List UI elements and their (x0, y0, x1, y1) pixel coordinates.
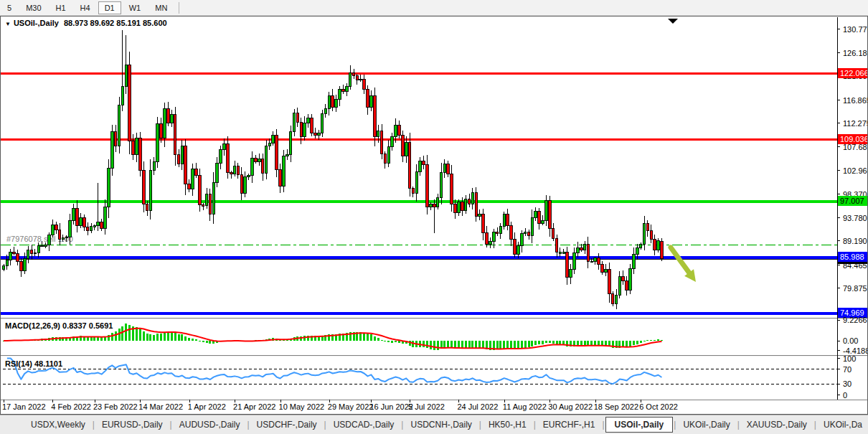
tab-usdcad-daily[interactable]: USDCAD-,Daily (327, 417, 401, 433)
timeframe-button-h1[interactable]: H1 (49, 1, 72, 14)
symbol-tabbar: USDX,Weekly|EURUSD-,Daily|AUDUSD-,Daily|… (0, 415, 868, 434)
toolbar-separator (179, 2, 179, 14)
tab-hk50-h1[interactable]: HK50-,H1 (482, 417, 533, 433)
tab-usdx-weekly[interactable]: USDX,Weekly (24, 417, 92, 433)
panel-splitter-macd[interactable] (1, 316, 837, 320)
panel-splitter-rsi[interactable] (1, 354, 837, 357)
trend-arrow (671, 247, 696, 282)
tab-usoil-daily[interactable]: USOil-,Daily (605, 417, 674, 433)
timeframe-toolbar: 5M30H1H4D1W1MN (0, 0, 868, 16)
tab-audusd-daily[interactable]: AUDUSD-,Daily (173, 417, 247, 433)
tab-ukoil-da[interactable]: UKOil-,Da (817, 417, 868, 433)
timeframe-button-mn[interactable]: MN (148, 1, 174, 14)
tab-list: USDX,Weekly|EURUSD-,Daily|AUDUSD-,Daily|… (24, 417, 868, 433)
tab-xauusd-daily[interactable]: XAUUSD-,Daily (740, 417, 813, 433)
price-axis[interactable] (837, 16, 867, 400)
chart-shift-marker (668, 19, 678, 24)
timeframe-button-group: 5M30H1H4D1W1MN (0, 1, 174, 14)
timeframe-button-5[interactable]: 5 (1, 1, 18, 14)
chart-window: 130.770126.180121.590116.865112.275107.6… (0, 16, 868, 415)
chart-shift-marker-icon (668, 19, 678, 24)
tab-eurchf-h1[interactable]: EURCHF-,H1 (537, 417, 602, 433)
sell-order-line: #7976078 sell 1.00 (1, 235, 837, 245)
chart-dropdown-arrow-icon[interactable]: ▼ (5, 21, 11, 27)
timeframe-button-d1[interactable]: D1 (98, 1, 121, 14)
tab-usdcnh-daily[interactable]: USDCNH-,Daily (404, 417, 478, 433)
timeframe-button-w1[interactable]: W1 (123, 1, 148, 14)
rsi-line (7, 359, 662, 385)
date-axis[interactable] (1, 400, 837, 414)
tab-ukoil-daily[interactable]: UKOil-,Daily (676, 417, 736, 433)
candlesticks (2, 30, 663, 309)
timeframe-button-m30[interactable]: M30 (19, 1, 47, 14)
tab-eurusd-daily[interactable]: EURUSD-,Daily (95, 417, 169, 433)
rsi-levels (3, 369, 837, 384)
tab-usdchf-daily[interactable]: USDCHF-,Daily (250, 417, 324, 433)
timeframe-button-h4[interactable]: H4 (74, 1, 97, 14)
horizontal-level-lines (1, 74, 837, 313)
